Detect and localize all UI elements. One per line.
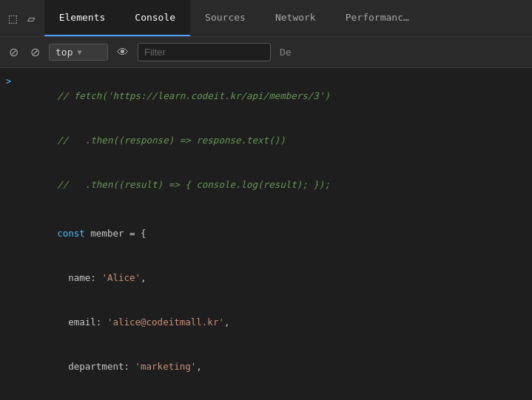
code-dept-prop: department: 'marketing', [24, 345, 526, 389]
commented-code-line1: // fetch('https://learn.codeit.kr/api/me… [24, 74, 526, 118]
input-prefix-blank7 [6, 389, 24, 390]
dropdown-arrow-icon: ▼ [77, 48, 81, 56]
code-line-close-brace: }; [0, 389, 532, 400]
input-prefix-blank2 [6, 163, 24, 163]
input-prefix-blank4 [6, 256, 24, 257]
code-line-const: const member = { [0, 211, 532, 256]
tab-performance[interactable]: Performanc… [331, 0, 424, 36]
commented-code-line3: // .then((result) => { console.log(resul… [24, 163, 526, 207]
console-output: > // fetch('https://learn.codeit.kr/api/… [0, 68, 532, 400]
code-close-obj: }; [24, 389, 526, 400]
tab-bar: ⬚ ▱ Elements Console Sources Network Per… [0, 0, 532, 37]
tab-console[interactable]: Console [120, 0, 190, 36]
context-value: top [55, 47, 73, 58]
context-selector[interactable]: top ▼ [49, 44, 108, 61]
de-label: De [280, 47, 292, 58]
tab-elements[interactable]: Elements [44, 0, 121, 36]
console-entry-commented2: // .then((response) => response.text()) [0, 118, 532, 163]
input-prefix-blank [6, 118, 24, 119]
input-prefix-blank3 [6, 211, 24, 212]
devtools-icons: ⬚ ▱ [0, 0, 44, 36]
code-const-member: const member = { [24, 211, 526, 256]
input-arrow: > [6, 74, 24, 89]
code-line-email: email: 'alice@codeitmall.kr', [0, 300, 532, 345]
commented-code-line2: // .then((response) => response.text()) [24, 118, 526, 163]
clear-console-button[interactable]: ⊘ [6, 42, 21, 62]
code-name-prop: name: 'Alice', [24, 256, 526, 300]
filter-input[interactable] [138, 43, 271, 61]
code-email-prop: email: 'alice@codeitmall.kr', [24, 300, 526, 345]
inspect-element-icon[interactable]: ⬚ [6, 7, 20, 29]
stop-button[interactable]: ⊘ [27, 42, 43, 62]
input-prefix-blank5 [6, 300, 24, 301]
tab-sources[interactable]: Sources [190, 0, 260, 36]
device-toolbar-icon[interactable]: ▱ [24, 7, 38, 29]
eye-icon[interactable]: 👁 [114, 42, 132, 62]
code-line-dept: department: 'marketing', [0, 345, 532, 389]
console-toolbar: ⊘ ⊘ top ▼ 👁 De [0, 37, 532, 68]
console-entry-commented3: // .then((result) => { console.log(resul… [0, 163, 532, 207]
console-entry-commented: > // fetch('https://learn.codeit.kr/api/… [0, 74, 532, 118]
input-prefix-blank6 [6, 345, 24, 345]
tab-network[interactable]: Network [260, 0, 331, 36]
code-line-name: name: 'Alice', [0, 256, 532, 300]
